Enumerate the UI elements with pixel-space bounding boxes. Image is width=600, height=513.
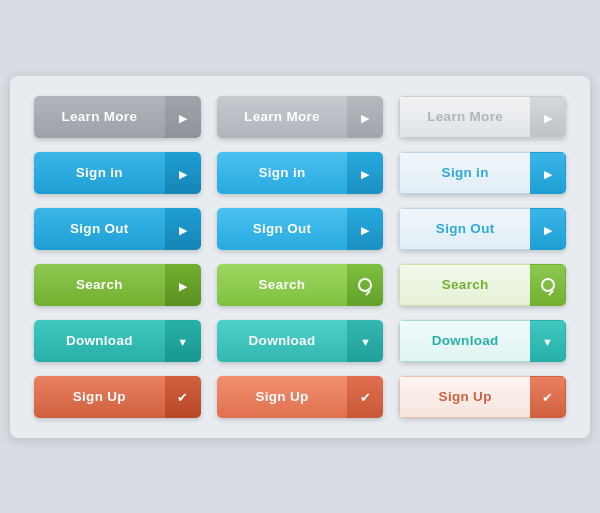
arrow-right-icon-10 bbox=[165, 264, 201, 306]
arrow-right-icon-6 bbox=[530, 152, 566, 194]
check-icon-2 bbox=[347, 376, 383, 418]
sign-out-label-1: Sign Out bbox=[34, 208, 165, 250]
arrow-right-icon-2 bbox=[347, 96, 383, 138]
search-icon-2 bbox=[530, 264, 566, 306]
sign-in-label-3: Sign in bbox=[399, 152, 530, 194]
search-button-2[interactable]: Search bbox=[217, 264, 384, 306]
learn-more-button-1[interactable]: Learn More bbox=[34, 96, 201, 138]
download-label-3: Download bbox=[399, 320, 530, 362]
sign-out-button-3[interactable]: Sign Out bbox=[399, 208, 566, 250]
learn-more-label-2: Learn More bbox=[217, 96, 348, 138]
sign-up-button-3[interactable]: Sign Up bbox=[399, 376, 566, 418]
search-label-2: Search bbox=[217, 264, 348, 306]
sign-up-label-3: Sign Up bbox=[399, 376, 530, 418]
arrow-right-icon-8 bbox=[347, 208, 383, 250]
arrow-down-icon-3 bbox=[530, 320, 566, 362]
arrow-right-icon-3 bbox=[530, 96, 566, 138]
learn-more-button-3[interactable]: Learn More bbox=[399, 96, 566, 138]
arrow-right-icon-5 bbox=[347, 152, 383, 194]
check-icon-1 bbox=[165, 376, 201, 418]
search-icon-1 bbox=[347, 264, 383, 306]
sign-out-button-1[interactable]: Sign Out bbox=[34, 208, 201, 250]
sign-up-label-2: Sign Up bbox=[217, 376, 348, 418]
download-label-1: Download bbox=[34, 320, 165, 362]
download-button-2[interactable]: Download bbox=[217, 320, 384, 362]
arrow-right-icon-4 bbox=[165, 152, 201, 194]
search-label-1: Search bbox=[34, 264, 165, 306]
learn-more-button-2[interactable]: Learn More bbox=[217, 96, 384, 138]
check-icon-3 bbox=[530, 376, 566, 418]
sign-up-label-1: Sign Up bbox=[34, 376, 165, 418]
button-showcase: Learn More Learn More Learn More Sign in… bbox=[10, 76, 590, 438]
sign-in-button-3[interactable]: Sign in bbox=[399, 152, 566, 194]
sign-out-button-2[interactable]: Sign Out bbox=[217, 208, 384, 250]
search-button-3[interactable]: Search bbox=[399, 264, 566, 306]
sign-up-button-1[interactable]: Sign Up bbox=[34, 376, 201, 418]
search-label-3: Search bbox=[399, 264, 530, 306]
arrow-down-icon-1 bbox=[165, 320, 201, 362]
arrow-right-icon-1 bbox=[165, 96, 201, 138]
download-button-1[interactable]: Download bbox=[34, 320, 201, 362]
sign-out-label-2: Sign Out bbox=[217, 208, 348, 250]
sign-in-button-1[interactable]: Sign in bbox=[34, 152, 201, 194]
arrow-right-icon-9 bbox=[530, 208, 566, 250]
arrow-down-icon-2 bbox=[347, 320, 383, 362]
arrow-right-icon-7 bbox=[165, 208, 201, 250]
sign-in-label-1: Sign in bbox=[34, 152, 165, 194]
sign-up-button-2[interactable]: Sign Up bbox=[217, 376, 384, 418]
download-label-2: Download bbox=[217, 320, 348, 362]
sign-out-label-3: Sign Out bbox=[399, 208, 530, 250]
search-button-1[interactable]: Search bbox=[34, 264, 201, 306]
learn-more-label-1: Learn More bbox=[34, 96, 165, 138]
download-button-3[interactable]: Download bbox=[399, 320, 566, 362]
learn-more-label-3: Learn More bbox=[399, 96, 530, 138]
sign-in-label-2: Sign in bbox=[217, 152, 348, 194]
sign-in-button-2[interactable]: Sign in bbox=[217, 152, 384, 194]
